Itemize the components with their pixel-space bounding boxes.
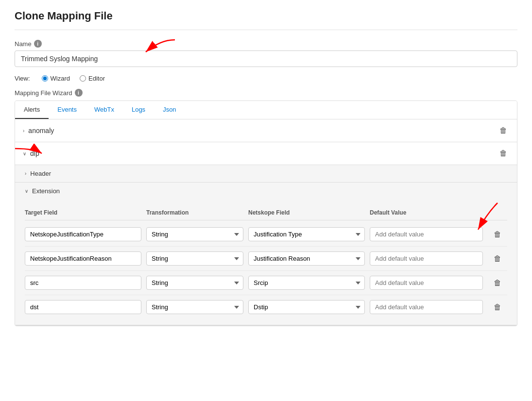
- fields-header-row: Target Field Transformation Netskope Fie…: [25, 205, 507, 220]
- row1-delete-button[interactable]: 🗑: [488, 229, 507, 240]
- page-title: Clone Mapping File: [15, 10, 517, 30]
- extension-sublabel: Extension: [32, 187, 60, 195]
- wizard-info-icon[interactable]: i: [75, 89, 83, 97]
- transformation-select-4[interactable]: String: [146, 300, 243, 314]
- tab-events[interactable]: Events: [49, 101, 86, 119]
- tab-webtx[interactable]: WebTx: [86, 101, 123, 119]
- default-value-input-1[interactable]: [370, 227, 483, 241]
- col-actions: [488, 209, 507, 216]
- sub-chevron-down-icon: ∨: [25, 188, 28, 194]
- transformation-select-3[interactable]: String: [146, 276, 243, 290]
- anomaly-delete-button[interactable]: 🗑: [498, 125, 509, 136]
- accordion-dlp-header[interactable]: ∨ dlp 🗑: [15, 142, 517, 165]
- accordion-anomaly-header[interactable]: › anomaly 🗑: [15, 119, 517, 142]
- sub-accordion-extension: ∨ Extension Target Field Transformation …: [15, 183, 517, 325]
- tab-alerts[interactable]: Alerts: [15, 101, 49, 119]
- netskope-field-select-3[interactable]: Srcip: [248, 276, 365, 290]
- fields-table: Target Field Transformation Netskope Fie…: [15, 200, 517, 325]
- accordion-anomaly-title: › anomaly: [23, 127, 54, 134]
- view-wizard-radio[interactable]: [42, 75, 48, 82]
- sub-accordion-extension-btn[interactable]: ∨ Extension: [15, 183, 517, 200]
- wizard-section-label: Mapping File Wizard i: [15, 89, 517, 97]
- wizard-container: Alerts Events WebTx Logs Json › anomaly …: [15, 100, 517, 326]
- view-editor-label: Editor: [88, 75, 105, 82]
- netskope-field-select-1[interactable]: Justification Type: [248, 227, 365, 241]
- netskope-field-select-4[interactable]: Dstip: [248, 300, 365, 314]
- view-editor-radio[interactable]: [80, 75, 86, 82]
- accordion-dlp: ∨ dlp 🗑 › Header ∨: [15, 142, 517, 326]
- row4-delete-button[interactable]: 🗑: [488, 302, 507, 313]
- row3-delete-button[interactable]: 🗑: [488, 278, 507, 288]
- target-field-input-1[interactable]: [25, 227, 141, 241]
- view-label: View:: [15, 75, 30, 82]
- tab-json[interactable]: Json: [154, 101, 185, 119]
- chevron-right-icon: ›: [23, 128, 24, 134]
- target-field-input-3[interactable]: [25, 276, 141, 290]
- view-editor-option[interactable]: Editor: [80, 75, 105, 82]
- sub-accordion-header: › Header: [15, 165, 517, 183]
- tabs-bar: Alerts Events WebTx Logs Json: [15, 101, 517, 119]
- table-row: String Justification Reason 🗑: [25, 247, 507, 271]
- sub-chevron-right-icon: ›: [25, 171, 26, 176]
- col-transformation: Transformation: [146, 209, 243, 216]
- header-sublabel: Header: [30, 170, 51, 177]
- target-field-input-2[interactable]: [25, 251, 141, 266]
- name-label: Name i: [15, 40, 517, 48]
- transformation-select-2[interactable]: String: [146, 251, 243, 266]
- col-target-field: Target Field: [25, 209, 141, 216]
- default-value-input-3[interactable]: [370, 276, 483, 290]
- table-row: String Srcip 🗑: [25, 271, 507, 295]
- name-input[interactable]: [15, 50, 517, 67]
- netskope-field-select-2[interactable]: Justification Reason: [248, 251, 365, 266]
- table-row: String Justification Type: [25, 222, 507, 247]
- chevron-down-icon: ∨: [23, 151, 26, 156]
- accordion-dlp-title: ∨ dlp: [23, 150, 39, 157]
- accordion-anomaly: › anomaly 🗑: [15, 119, 517, 142]
- transformation-select-1[interactable]: String: [146, 227, 243, 241]
- view-options: View: Wizard Editor: [15, 75, 517, 82]
- dlp-label: dlp: [30, 150, 39, 157]
- col-default-value: Default Value: [370, 209, 483, 216]
- anomaly-label: anomaly: [28, 127, 54, 134]
- row2-delete-button[interactable]: 🗑: [488, 253, 507, 264]
- dlp-delete-button[interactable]: 🗑: [498, 148, 509, 159]
- sub-accordion-header-btn[interactable]: › Header: [15, 165, 517, 182]
- target-field-input-4[interactable]: [25, 300, 141, 314]
- default-value-input-2[interactable]: [370, 251, 483, 266]
- view-wizard-option[interactable]: Wizard: [42, 75, 70, 82]
- table-row: String Dstip 🗑: [25, 295, 507, 319]
- default-value-input-4[interactable]: [370, 300, 483, 314]
- dlp-content: › Header ∨ Extension Target: [15, 165, 517, 325]
- tab-logs[interactable]: Logs: [123, 101, 154, 119]
- view-wizard-label: Wizard: [51, 75, 70, 82]
- name-info-icon[interactable]: i: [34, 40, 42, 48]
- col-netskope-field: Netskope Field: [248, 209, 365, 216]
